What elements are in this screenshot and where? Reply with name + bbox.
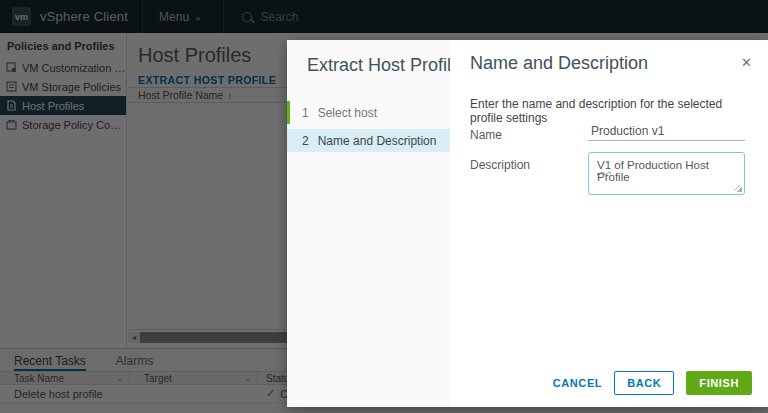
finish-button[interactable]: FINISH: [686, 371, 752, 395]
spellcheck-flagged-word: V1: [597, 159, 611, 171]
description-label: Description: [470, 158, 530, 172]
resize-handle[interactable]: [735, 185, 742, 192]
vsphere-client-window: vm vSphere Client Menu ⌄ Search Policies…: [0, 0, 768, 413]
cancel-button[interactable]: CANCEL: [553, 377, 602, 389]
step-number: 2: [302, 134, 309, 148]
step-page-title: Name and Description: [470, 53, 648, 74]
step-label: Select host: [318, 106, 377, 120]
step-number: 1: [302, 106, 309, 120]
wizard-steps: 1 Select host 2 Name and Description: [287, 101, 450, 152]
close-icon[interactable]: ✕: [741, 55, 752, 70]
description-text: of Production Host Profile: [597, 159, 709, 183]
step-label: Name and Description: [318, 134, 437, 148]
wizard-steps-panel: Extract Host Profile 1 Select host 2 Nam…: [287, 40, 450, 407]
step-name-and-description[interactable]: 2 Name and Description: [287, 129, 450, 152]
description-textarea[interactable]: V1 of Production Host Profile: [588, 152, 745, 195]
instruction-text: Enter the name and description for the s…: [470, 97, 748, 125]
wizard-title: Extract Host Profile: [287, 55, 450, 76]
wizard-footer: CANCEL BACK FINISH: [553, 371, 752, 395]
wizard-content-panel: Name and Description ✕ Enter the name an…: [450, 40, 768, 407]
name-input[interactable]: [588, 122, 745, 141]
extract-host-profile-wizard: Extract Host Profile 1 Select host 2 Nam…: [287, 40, 768, 407]
name-label: Name: [470, 128, 502, 142]
step-select-host[interactable]: 1 Select host: [287, 101, 450, 124]
back-button[interactable]: BACK: [614, 371, 674, 395]
